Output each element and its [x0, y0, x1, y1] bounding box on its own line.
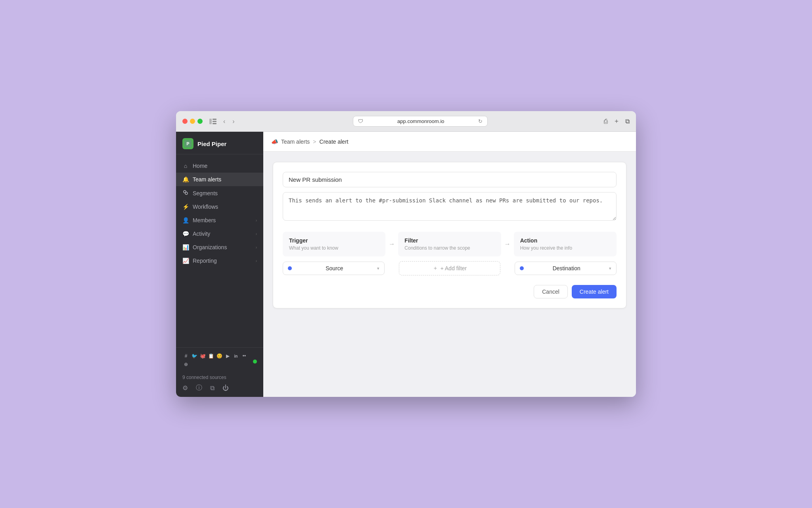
sidebar-item-segments-label: Segments	[193, 190, 218, 196]
medium-icon: ••	[241, 352, 248, 360]
share-button[interactable]: ⎙	[604, 118, 608, 125]
help-button[interactable]: ⓘ	[196, 384, 202, 392]
sidebar-item-segments[interactable]: Segments	[176, 186, 263, 200]
sidebar-item-home-label: Home	[193, 163, 207, 169]
home-icon: ⌂	[182, 163, 189, 169]
alert-name-input[interactable]	[283, 172, 617, 187]
trigger-to-filter-arrow: →	[385, 232, 398, 256]
members-icon: 👤	[182, 217, 189, 223]
layout-button[interactable]: ⧉	[210, 385, 214, 392]
slack-icon: #	[182, 352, 190, 360]
filter-control: ＋ + Add filter	[399, 261, 501, 275]
connected-sources-label: 9 connected sources	[182, 375, 226, 380]
source-dot	[288, 266, 292, 270]
maximize-button[interactable]	[197, 119, 203, 124]
workspace-header: P Pied Piper	[176, 132, 263, 154]
source-dropdown[interactable]: Source ▾	[283, 262, 385, 275]
linkedin-icon: in	[232, 352, 239, 360]
youtube-icon: ▶	[224, 352, 231, 360]
twitter-icon: 🐦	[191, 352, 198, 360]
traffic-lights	[182, 119, 203, 124]
sidebar-item-workflows-label: Workflows	[193, 204, 218, 210]
workflow-steps-header: Trigger What you want to know → Filter C…	[283, 232, 617, 256]
source-chevron-icon: ▾	[377, 266, 379, 271]
action-step-header: Action How you receive the info	[514, 232, 617, 256]
filter-subtitle: Conditions to narrow the scope	[404, 245, 494, 251]
action-buttons: Cancel Create alert	[283, 285, 617, 298]
alert-creation-card: This sends an alert to the #pr-submissio…	[273, 162, 626, 308]
github-icon: 🐙	[199, 352, 206, 360]
reddit-icon: 😊	[216, 352, 223, 360]
svg-rect-3	[213, 123, 216, 124]
sidebar-item-activity[interactable]: 💬 Activity ›	[176, 227, 263, 241]
reporting-chevron-icon: ›	[256, 259, 257, 263]
breadcrumb-separator: >	[313, 139, 316, 145]
add-filter-plus-icon: ＋	[433, 265, 438, 272]
filter-to-action-arrow: →	[501, 232, 514, 256]
browser-right-controls: ⎙ ＋ ⧉	[604, 117, 630, 125]
connected-status-dot	[253, 360, 257, 364]
destination-chevron-icon: ▾	[609, 266, 611, 271]
svg-point-7	[185, 192, 188, 194]
stack-icon: 📋	[207, 352, 214, 360]
workflows-icon: ⚡	[182, 204, 189, 210]
svg-rect-1	[213, 119, 216, 120]
alert-description-textarea[interactable]: This sends an alert to the #pr-submissio…	[283, 192, 617, 221]
activity-chevron-icon: ›	[256, 232, 257, 236]
destination-dropdown[interactable]: Destination ▾	[515, 262, 617, 275]
destination-control: Destination ▾	[515, 262, 617, 275]
trigger-subtitle: What you want to know	[289, 245, 379, 251]
organizations-icon: 📊	[182, 244, 189, 250]
refresh-button[interactable]: ↻	[478, 118, 483, 124]
power-button[interactable]: ⏻	[222, 385, 229, 392]
tabs-button[interactable]: ⧉	[625, 118, 630, 125]
new-tab-button[interactable]: ＋	[613, 117, 620, 125]
svg-text:P: P	[186, 141, 189, 146]
svg-rect-2	[213, 121, 216, 122]
workspace-logo: P	[182, 138, 193, 149]
sidebar-item-organizations-label: Organizations	[193, 244, 227, 250]
minimize-button[interactable]	[190, 119, 195, 124]
bell-icon: 🔔	[182, 176, 189, 183]
filter-title: Filter	[404, 237, 494, 244]
reporting-icon: 📈	[182, 258, 189, 264]
workflow-controls: Source ▾ ＋ + Add filter	[283, 261, 617, 275]
source-icons: # 🐦 🐙 📋 😊 ▶ in •• ⊕	[182, 352, 253, 368]
browser-controls: ‹ ›	[207, 117, 237, 126]
address-bar[interactable]: 🛡 app.commonroom.io ↻	[353, 116, 488, 127]
breadcrumb-current: Create alert	[320, 139, 349, 145]
sidebar-item-home[interactable]: ⌂ Home	[176, 159, 263, 173]
action-subtitle: How you receive the info	[520, 245, 610, 251]
trigger-step-header: Trigger What you want to know	[283, 232, 385, 256]
destination-dot	[520, 266, 524, 270]
connected-sources: # 🐦 🐙 📋 😊 ▶ in •• ⊕	[182, 352, 257, 370]
breadcrumb-section-icon: 📣	[271, 139, 278, 145]
sidebar-item-workflows[interactable]: ⚡ Workflows	[176, 200, 263, 214]
address-bar-container: 🛡 app.commonroom.io ↻	[242, 116, 599, 127]
extra-icon: ⊕	[182, 361, 190, 368]
nav-menu: ⌂ Home 🔔 Team alerts	[176, 154, 263, 347]
sidebar-bottom: # 🐦 🐙 📋 😊 ▶ in •• ⊕ 9 connected sourc	[176, 347, 263, 397]
sidebar-item-reporting[interactable]: 📈 Reporting ›	[176, 254, 263, 267]
sidebar-item-members[interactable]: 👤 Members ›	[176, 214, 263, 227]
browser-chrome: ‹ › 🛡 app.commonroom.io ↻ ⎙ ＋ ⧉	[176, 111, 636, 132]
forward-button[interactable]: ›	[230, 117, 237, 126]
activity-icon: 💬	[182, 231, 189, 237]
security-icon: 🛡	[358, 118, 363, 124]
close-button[interactable]	[182, 119, 188, 124]
sidebar-item-team-alerts[interactable]: 🔔 Team alerts	[176, 173, 263, 186]
workspace-name: Pied Piper	[197, 140, 226, 147]
sidebar-item-team-alerts-label: Team alerts	[193, 176, 221, 183]
sidebar-item-members-label: Members	[193, 217, 216, 223]
sidebar-item-organizations[interactable]: 📊 Organizations ›	[176, 241, 263, 254]
back-button[interactable]: ‹	[221, 117, 228, 126]
sidebar-toggle-button[interactable]	[207, 117, 218, 125]
filter-step-header: Filter Conditions to narrow the scope	[398, 232, 501, 256]
settings-button[interactable]: ⚙	[182, 384, 188, 392]
cancel-button[interactable]: Cancel	[534, 285, 568, 298]
create-alert-button[interactable]: Create alert	[572, 285, 617, 298]
source-control: Source ▾	[283, 262, 385, 275]
add-filter-button[interactable]: ＋ + Add filter	[399, 261, 501, 275]
trigger-title: Trigger	[289, 237, 379, 244]
breadcrumb-team-alerts-link[interactable]: Team alerts	[281, 139, 310, 145]
